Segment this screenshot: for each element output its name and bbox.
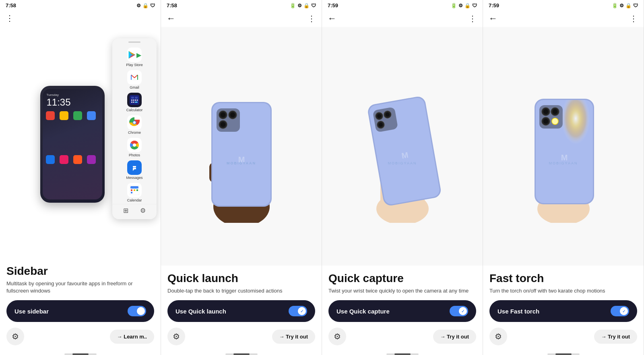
fast-torch-image: M MOBIGYAAN — [483, 27, 644, 266]
lock-icon-2: 🔒 — [303, 3, 310, 8]
svg-point-19 — [133, 167, 134, 168]
more-menu-icon-2[interactable]: ⋮ — [308, 14, 316, 23]
gear-settings-button[interactable]: ⚙ — [6, 328, 24, 345]
try-it-out-button-3[interactable]: → Try it out — [433, 330, 477, 344]
sidebar-handle — [128, 42, 140, 43]
svg-point-43 — [221, 122, 225, 127]
calendar-icon — [127, 183, 142, 197]
watermark-2: MOBIGYAAN — [227, 161, 256, 165]
shield-icon-2: 🛡 — [311, 3, 316, 8]
back-button-2[interactable]: ← — [167, 13, 175, 24]
sidebar-toggle-label: Use sidebar — [14, 308, 49, 315]
sidebar-item-calendar[interactable]: Calendar — [112, 181, 157, 204]
status-icons-2: 🔋 ⚙ 🔒 🛡 — [290, 3, 316, 8]
quick-capture-phone-svg: M — [350, 70, 455, 223]
fast-torch-desc: Turn the torch on/off with two karate ch… — [489, 287, 637, 295]
quick-capture-toggle-knob: ✓ — [459, 307, 467, 315]
panel2-bottom: Quick launch Double-tap the back to trig… — [161, 266, 322, 350]
status-icons-4: 🔋 ⚙ 🔒 🛡 — [612, 3, 638, 8]
quick-launch-toggle-knob: ✓ — [298, 307, 306, 315]
scroll-indicator-4 — [547, 353, 580, 355]
gmail-icon — [127, 70, 142, 85]
back-button-3[interactable]: ← — [328, 13, 336, 24]
sidebar-item-calculator[interactable]: Calculator — [112, 91, 157, 114]
gear-settings-button-3[interactable]: ⚙ — [328, 328, 346, 345]
svg-rect-25 — [134, 189, 135, 191]
playstore-icon — [127, 48, 142, 62]
learn-more-button[interactable]: → Learn m.. — [110, 330, 154, 344]
quick-launch-desc: Double-tap the back to trigger customise… — [167, 287, 315, 295]
svg-point-17 — [133, 143, 136, 147]
sidebar-bottom-bar: ⊞ ⚙ — [112, 204, 157, 216]
app-icon-4 — [87, 111, 96, 120]
top-nav-1: ⋮ — [0, 10, 161, 26]
top-nav-2: ← ⋮ — [161, 10, 322, 27]
gear-icon-btn-2: ⚙ — [173, 332, 180, 341]
gear-icon-4: ⚙ — [619, 3, 624, 8]
battery-icon-3: 🔋 — [451, 3, 457, 8]
playstore-label: Play Store — [126, 63, 143, 67]
use-fast-torch-button[interactable]: Use Fast torch ✓ — [489, 300, 637, 322]
watermark-3: MOBIGYAAN — [388, 161, 417, 165]
more-menu-icon-4[interactable]: ⋮ — [630, 14, 638, 23]
try-it-out-button-2[interactable]: → Try it out — [272, 330, 316, 344]
phone-day: Tuesday — [47, 93, 98, 97]
back-button-4[interactable]: ← — [489, 13, 497, 24]
quick-launch-image: M MOBIGYAAN — [161, 27, 322, 266]
quick-launch-title: Quick launch — [167, 272, 315, 285]
phone-screen: Tuesday 11:35 — [43, 89, 102, 199]
more-menu-icon-1[interactable]: ⋮ — [6, 13, 14, 23]
quick-capture-bottom-actions: ⚙ → Try it out — [328, 328, 476, 345]
scroll-dot-4 — [555, 353, 572, 355]
more-menu-icon-3[interactable]: ⋮ — [469, 14, 477, 23]
lock-icon-4: 🔒 — [625, 3, 632, 8]
chrome-label: Chrome — [128, 131, 141, 135]
messages-label: Messages — [126, 176, 142, 180]
settings-icon[interactable]: ⚙ — [140, 207, 146, 214]
panel4-bottom: Fast torch Turn the torch on/off with tw… — [483, 266, 644, 350]
status-icons-3: 🔋 ⚙ 🔒 🛡 — [451, 3, 477, 8]
fast-torch-toggle-switch[interactable]: ✓ — [611, 306, 629, 316]
photos-label: Photos — [129, 153, 140, 157]
panel-quick-launch: 7:58 🔋 ⚙ 🔒 🛡 ← ⋮ — [161, 0, 322, 355]
gear-icon-btn-3: ⚙ — [334, 332, 341, 341]
app-icon-2 — [60, 111, 68, 120]
top-nav-4: ← ⋮ — [483, 10, 644, 27]
apps-grid-icon[interactable]: ⊞ — [123, 207, 128, 214]
chrome-icon — [127, 115, 142, 130]
status-bar-3: 7:59 🔋 ⚙ 🔒 🛡 — [322, 0, 483, 10]
svg-rect-2 — [131, 97, 134, 99]
use-quick-launch-button[interactable]: Use Quick launch ✓ — [167, 300, 315, 322]
sidebar-item-chrome[interactable]: Chrome — [112, 114, 157, 136]
sidebar-item-gmail[interactable]: Gmail — [112, 69, 157, 91]
svg-text:M: M — [561, 153, 568, 162]
sidebar-item-playstore[interactable]: Play Store — [112, 46, 157, 69]
svg-point-41 — [230, 112, 235, 117]
panel-fast-torch: 7:59 🔋 ⚙ 🔒 🛡 ← ⋮ — [483, 0, 644, 355]
svg-rect-78 — [536, 100, 593, 203]
sidebar-item-photos[interactable]: Photos — [112, 136, 157, 159]
use-sidebar-button[interactable]: Use sidebar — [6, 300, 154, 322]
sidebar-item-messages[interactable]: Messages — [112, 159, 157, 181]
quick-launch-phone-svg: M — [189, 70, 294, 223]
sidebar-toggle-switch[interactable] — [128, 306, 146, 316]
quick-launch-bottom-actions: ⚙ → Try it out — [167, 328, 315, 345]
quick-launch-toggle-switch[interactable]: ✓ — [289, 306, 307, 316]
status-time-2: 7:58 — [167, 2, 177, 8]
gear-settings-button-2[interactable]: ⚙ — [167, 328, 185, 345]
photos-icon — [127, 138, 142, 152]
shield-icon: 🛡 — [150, 3, 155, 8]
fast-torch-bottom-actions: ⚙ → Try it out — [489, 328, 637, 345]
lock-icon-3: 🔒 — [464, 3, 471, 8]
quick-capture-desc: Twist your wrist twice quickly to open t… — [328, 287, 476, 295]
gear-settings-button-4[interactable]: ⚙ — [489, 328, 507, 345]
quick-capture-toggle-switch[interactable]: ✓ — [450, 306, 468, 316]
svg-rect-10 — [135, 102, 138, 103]
gear-icon-2: ⚙ — [297, 3, 302, 8]
app-icon-8 — [87, 155, 96, 164]
svg-rect-54 — [372, 107, 398, 133]
use-quick-capture-button[interactable]: Use Quick capture ✓ — [328, 300, 476, 322]
battery-icon-4: 🔋 — [612, 3, 618, 8]
battery-icon-2: 🔋 — [290, 3, 296, 8]
try-it-out-button-4[interactable]: → Try it out — [594, 330, 638, 344]
